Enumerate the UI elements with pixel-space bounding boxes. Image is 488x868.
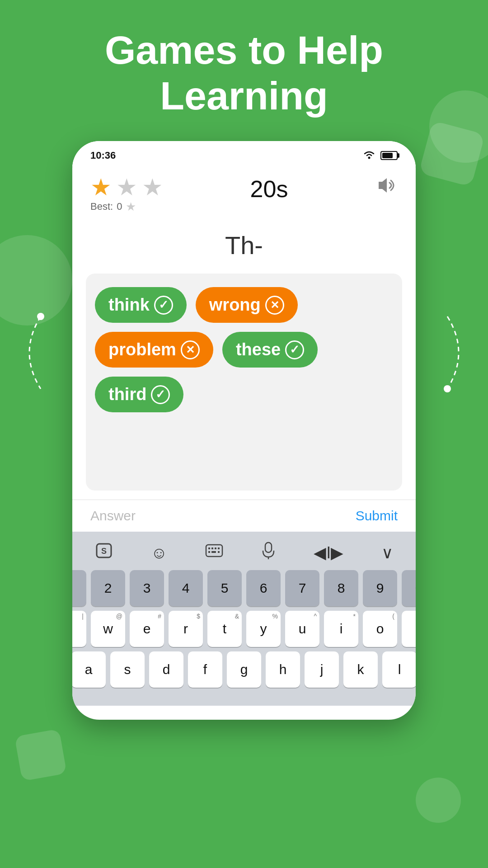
answer-placeholder[interactable]: Answer	[90, 508, 136, 524]
check-icon-these	[285, 340, 304, 359]
word-chip-think[interactable]: think	[95, 287, 187, 323]
svg-rect-11	[208, 551, 210, 553]
kb-dismiss-icon[interactable]: ∨	[381, 543, 393, 562]
key-t[interactable]: &t	[207, 611, 242, 647]
kb-cursor-icon[interactable]: ◀I▶	[314, 543, 343, 562]
word-chip-problem[interactable]: problem	[95, 332, 213, 368]
answer-bar: Answer Submit	[72, 500, 416, 532]
word-row-1: problem these	[95, 332, 393, 368]
keyboard-number-row: 1 2 3 4 5 6 7 8 9 0	[76, 570, 412, 606]
word-chip-third-label: third	[108, 385, 146, 404]
key-g[interactable]: g	[227, 651, 261, 688]
stars-row: ★ ★ ★	[90, 175, 163, 199]
svg-rect-13	[218, 551, 220, 553]
svg-rect-8	[211, 547, 213, 549]
kb-swipe-icon[interactable]: S	[95, 542, 113, 563]
star-3: ★	[142, 175, 163, 199]
key-a[interactable]: a	[72, 651, 106, 688]
key-k[interactable]: k	[343, 651, 378, 688]
svg-rect-9	[215, 547, 216, 549]
word-chip-problem-label: problem	[108, 340, 176, 359]
svg-rect-14	[265, 542, 272, 552]
key-s[interactable]: s	[110, 651, 145, 688]
x-icon-wrong	[265, 296, 284, 315]
best-row: Best: 0 ★	[90, 201, 136, 212]
best-value: 0	[117, 201, 122, 212]
key-f[interactable]: f	[188, 651, 222, 688]
key-y[interactable]: %y	[246, 611, 281, 647]
best-star: ★	[126, 201, 136, 212]
status-time: 10:36	[90, 150, 116, 161]
svg-text:S: S	[101, 547, 107, 556]
key-7[interactable]: 7	[285, 570, 319, 606]
key-o[interactable]: (o	[363, 611, 397, 647]
svg-point-0	[37, 313, 44, 320]
key-d[interactable]: d	[149, 651, 183, 688]
key-r[interactable]: $r	[169, 611, 203, 647]
battery-fill	[382, 153, 393, 158]
svg-rect-12	[211, 551, 216, 553]
kb-mic-icon[interactable]	[261, 542, 276, 564]
hero-title: Games to Help Learning	[0, 0, 488, 141]
keyboard-area: S ☺	[72, 532, 416, 706]
submit-button[interactable]: Submit	[356, 508, 398, 524]
word-chip-wrong-label: wrong	[209, 295, 261, 315]
kb-keyboard-icon[interactable]	[205, 543, 223, 562]
star-1: ★	[90, 175, 112, 199]
star-2: ★	[116, 175, 137, 199]
key-j[interactable]: j	[305, 651, 339, 688]
word-chip-these-label: these	[236, 340, 281, 359]
key-0[interactable]: 0	[402, 570, 416, 606]
key-w[interactable]: @w	[91, 611, 125, 647]
keyboard-row-a: a s d f g h j k l	[76, 651, 412, 688]
phone-frame: 10:36 ★ ★ ★	[72, 141, 416, 720]
kb-emoji-icon[interactable]: ☺	[151, 543, 168, 562]
left-arrow	[14, 307, 50, 400]
status-bar: 10:36	[72, 141, 416, 166]
svg-point-2	[368, 157, 371, 159]
hero-title-line1: Games to Help	[105, 28, 383, 72]
word-chip-third[interactable]: third	[95, 377, 183, 412]
svg-point-1	[444, 385, 451, 392]
key-8[interactable]: 8	[324, 570, 358, 606]
key-h[interactable]: h	[266, 651, 300, 688]
word-chip-wrong[interactable]: wrong	[196, 287, 298, 323]
x-icon-problem	[181, 340, 200, 359]
key-4[interactable]: 4	[169, 570, 203, 606]
sound-button[interactable]	[375, 175, 398, 200]
best-label: Best:	[90, 201, 113, 212]
prefix-text: Th-	[225, 231, 263, 259]
word-chip-these[interactable]: these	[222, 332, 318, 368]
game-header: ★ ★ ★ Best: 0 ★ 20s	[72, 166, 416, 217]
key-2[interactable]: 2	[91, 570, 125, 606]
word-cards-area: think wrong problem these third	[86, 274, 402, 491]
word-row-2: third	[95, 377, 393, 412]
key-e[interactable]: #e	[130, 611, 164, 647]
svg-rect-6	[206, 545, 222, 557]
hero-title-line2: Learning	[160, 73, 328, 118]
svg-rect-7	[208, 547, 210, 549]
check-icon-third	[151, 385, 170, 404]
timer-display: 20s	[250, 175, 288, 203]
key-5[interactable]: 5	[207, 570, 242, 606]
keyboard-toolbar: S ☺	[76, 537, 412, 570]
key-q[interactable]: |q	[72, 611, 86, 647]
svg-rect-10	[218, 547, 220, 549]
stars-section: ★ ★ ★ Best: 0 ★	[90, 175, 163, 212]
key-3[interactable]: 3	[130, 570, 164, 606]
wifi-icon	[362, 149, 376, 162]
key-i[interactable]: *i	[324, 611, 358, 647]
check-icon-think	[154, 296, 173, 315]
right-arrow	[438, 307, 474, 400]
key-p[interactable]: )p	[402, 611, 416, 647]
key-6[interactable]: 6	[246, 570, 281, 606]
key-9[interactable]: 9	[363, 570, 397, 606]
keyboard-row-q: |q @w #e $r &t %y ^u *i (o )p	[76, 611, 412, 647]
key-l[interactable]: l	[382, 651, 416, 688]
key-1[interactable]: 1	[72, 570, 86, 606]
word-row-0: think wrong	[95, 287, 393, 323]
battery-icon	[380, 151, 398, 160]
prefix-area: Th-	[72, 217, 416, 269]
status-right	[362, 149, 398, 162]
key-u[interactable]: ^u	[285, 611, 319, 647]
